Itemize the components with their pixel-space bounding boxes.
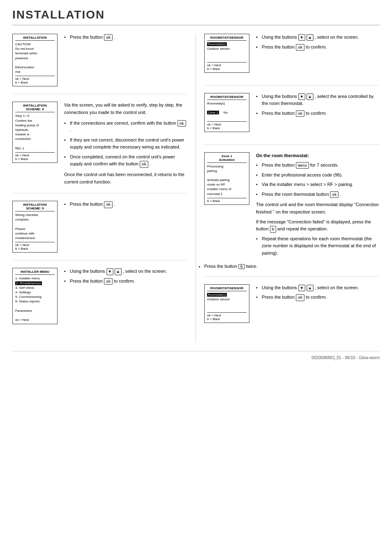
down-arrow-btn: ▼ [106, 268, 113, 275]
ok-btn-installer: ok [104, 278, 113, 285]
roomstat-sensor-2-section: ROOMSTAT/SENSOR Roomstat(s) Outdoor sens… [204, 284, 380, 336]
installer-using-buttons: Using the buttons ▼ ▲ , select on the sc… [64, 268, 187, 275]
roomstat-highlight-1: Roomstat(s) [207, 42, 227, 46]
caution-instruction-1: Press the button ok . [64, 34, 187, 41]
ok-btn-2: ok [140, 161, 148, 167]
zone-using-buttons: Using the buttons ▼ ▲ , select the area … [256, 93, 380, 107]
installer-menu-instructions: Using the buttons ▼ ▲ , select on the sc… [64, 268, 187, 287]
ok-btn-r2: ok [296, 294, 304, 301]
installer-menu-screen: INSTALLER MENU 1- Installer menu 2- Rmst… [12, 268, 58, 324]
up-arr-1: ▲ [307, 34, 314, 41]
pairing-enter-code: Enter the professional access code (96). [256, 172, 380, 179]
on-room-thermostat-label: On the room thermostat: [256, 152, 380, 160]
wiring-checklist-section: INSTALLATIONSCHEME: 9 Wiring checklistco… [12, 201, 187, 260]
roomstat-sensor-1-section: ROOMSTAT/SENSOR Roomstat(s) Outdoor sens… [204, 34, 380, 86]
roomstat-screen-2-content: Roomstat(s) Outdoor sensor [207, 293, 247, 311]
ok-btn-wiring: ok [104, 201, 113, 208]
roomstat-zone-instructions: Using the buttons ▼ ▲ , select the area … [256, 93, 380, 120]
ok-btn-pairing: ok [330, 191, 339, 198]
wiring-instructions: Press the button ok . [64, 201, 187, 211]
b-btn-twice: b [238, 264, 244, 269]
wiring-screen-title: INSTALLATIONSCHEME: 9 [15, 203, 55, 211]
roomstat-zone-section: ROOMSTAT/SENSOR Roomstat(s) Zone 1 No ok… [204, 93, 380, 145]
wiring-screen-content: Wiring checklistcomplete.Pleasecontinue … [15, 213, 55, 240]
roomstat-2-ok: Press the button ok to confirm. [256, 294, 380, 301]
roomstat-2-using-buttons: Using the buttons ▼ ▲ , select on the sc… [256, 284, 380, 292]
scheme9-footer: ok = Nextb = Back [15, 152, 55, 161]
installer-menu-highlight: 2- Rmstat/sensor [15, 281, 42, 285]
pairing-screen-footer: b = Back [207, 198, 247, 203]
verify-section: INSTALLATIONSCHEME: 9 Step 1 / 6 Confirm… [12, 102, 187, 193]
repeat-operations: Repeat these operations for each room th… [256, 235, 380, 257]
pairing-instructions: On the room thermostat: Press the button… [256, 152, 380, 260]
press-back-twice: Press the button b twice. [204, 264, 380, 269]
roomstat-screen-2-title: ROOMSTAT/SENSOR [207, 286, 247, 291]
roomstat-screen-1-content: Roomstat(s) Outdoor sensor [207, 42, 247, 60]
roomstat-zone-title: ROOMSTAT/SENSOR [207, 95, 247, 100]
pairing-press-ok: Press the room thermostat button ok . [256, 191, 380, 198]
up-arrow-btn: ▲ [115, 268, 122, 275]
roomstat-screen-1-footer: ok = Nextb = Back [207, 62, 247, 71]
scheme9-content: Step 1 / 6 Confirm theheating pump ofhyd… [15, 114, 55, 151]
caution-screen-title: INSTALLATION [15, 36, 55, 41]
verify-bullet-2: If they are not correct, disconnect the … [64, 137, 187, 151]
scheme9-title: INSTALLATIONSCHEME: 9 [15, 104, 55, 112]
press-b-twice: Press the button b twice. [204, 264, 380, 269]
roomstat-zone-footer: ok = Nextb = Back [207, 121, 247, 130]
caution-section: INSTALLATION CAUTION!Do not touchtermina… [12, 34, 187, 94]
connection-finished-text: The control unit and the room thermostat… [256, 201, 380, 216]
verify-bullet-1: If the connections are correct, confirm … [64, 120, 187, 134]
pairing-screen-container: Zone 1Activation Processingpairing Activ… [204, 152, 249, 205]
down-arr-2: ▼ [298, 285, 305, 291]
right-column: ROOMSTAT/SENSOR Roomstat(s) Outdoor sens… [196, 34, 380, 343]
menu-btn: menu [296, 162, 309, 169]
pairing-screen-title: Zone 1Activation [207, 154, 247, 163]
scheme9-screen: INSTALLATIONSCHEME: 9 Step 1 / 6 Confirm… [12, 102, 58, 163]
wiring-screen-footer: ok = Nextb = Back [15, 242, 55, 251]
main-content: INSTALLATION CAUTION!Do not touchtermina… [12, 34, 380, 343]
installer-menu-section: INSTALLER MENU 1- Installer menu 2- Rmst… [12, 268, 187, 332]
footer: 0020096883_01 - 06/10 - Glow-worm [12, 351, 380, 360]
pairing-section: Zone 1Activation Processingpairing Activ… [204, 152, 380, 277]
page: INSTALLATION INSTALLATION CAUTION!Do not… [0, 0, 392, 368]
up-arr-z: ▲ [307, 93, 314, 100]
roomstat-highlight-2: Roomstat(s) [207, 293, 227, 297]
caution-screen-content: CAUTION!Do not touchterminals whenpowere… [15, 42, 55, 74]
wiring-instruction-1: Press the button ok . [64, 201, 187, 208]
pairing-press-menu: Press the button menu for 7 seconds. [256, 162, 380, 169]
roomstat-screen-1-title: ROOMSTAT/SENSOR [207, 36, 247, 41]
roomstat-zone-row: ROOMSTAT/SENSOR Roomstat(s) Zone 1 No ok… [204, 93, 380, 132]
ok-btn-1: ok [178, 120, 186, 127]
b-btn-fail: b [270, 226, 276, 232]
installer-ok-confirm: Press the button ok to confirm. [64, 278, 187, 285]
verify-bullet-3: Once completed, connect on the control u… [64, 153, 187, 168]
ok-btn-r1: ok [296, 44, 304, 51]
caution-instructions: Press the button ok . [64, 34, 187, 44]
up-arr-2: ▲ [307, 285, 314, 291]
roomstat-zone-content: Roomstat(s) Zone 1 No [207, 101, 247, 120]
roomstat-zone-screen: ROOMSTAT/SENSOR Roomstat(s) Zone 1 No ok… [204, 93, 249, 132]
zone-ok: Press the button ok to confirm. [256, 110, 380, 117]
roomstat-sensor-1-screen: ROOMSTAT/SENSOR Roomstat(s) Outdoor sens… [204, 34, 249, 73]
ok-button-inline: ok [104, 34, 113, 41]
verify-intro-text: Via the screen, you will be asked to ver… [64, 102, 187, 116]
installer-menu-content: 1- Installer menu 2- Rmstat/sensor 3- Se… [15, 276, 55, 322]
roomstat-sensor-2-instructions: Using the buttons ▼ ▲ , select on the sc… [256, 284, 380, 304]
wiring-screen: INSTALLATIONSCHEME: 9 Wiring checklistco… [12, 201, 58, 253]
page-title: INSTALLATION [12, 8, 380, 26]
roomstat-sensor-1-row: ROOMSTAT/SENSOR Roomstat(s) Outdoor sens… [204, 34, 380, 73]
roomstat-sensor-1-instructions: Using the buttons ▼ ▲ , select on the sc… [256, 34, 380, 53]
roomstat-1-using-buttons: Using the buttons ▼ ▲ , select on the sc… [256, 34, 380, 41]
installer-menu-title: INSTALLER MENU [15, 270, 55, 275]
pairing-via-installer: Via the installer menu > select > RF > p… [256, 181, 380, 188]
ok-btn-zone: ok [296, 110, 304, 117]
verify-instructions: Via the screen, you will be asked to ver… [64, 102, 187, 186]
caution-screen: INSTALLATION CAUTION!Do not touchtermina… [12, 34, 58, 86]
roomstat-screen-2-footer: ok = Nextb = Back [207, 312, 247, 321]
down-arr-1: ▼ [298, 34, 305, 41]
down-arr-z: ▼ [298, 93, 305, 100]
zone-highlight: Zone 1 [207, 111, 219, 114]
roomstat-1-ok: Press the button ok to confirm. [256, 44, 380, 51]
verify-extra-text: Once the control unit has been reconnect… [64, 171, 187, 186]
pairing-screen: Zone 1Activation Processingpairing Activ… [204, 152, 249, 205]
